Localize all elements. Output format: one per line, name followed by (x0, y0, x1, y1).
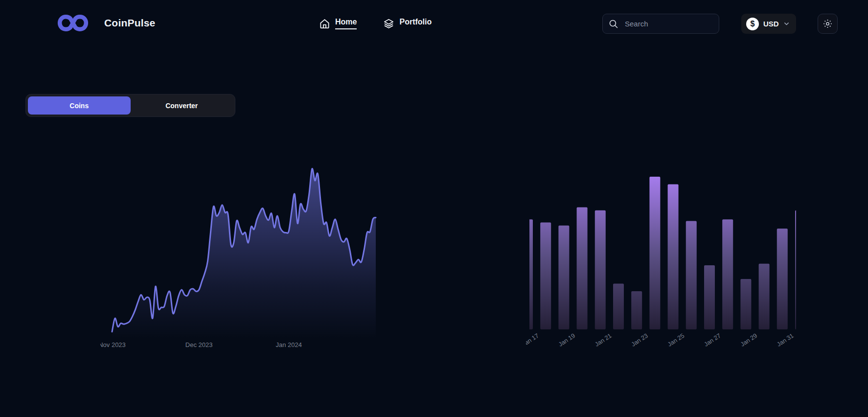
currency-selector[interactable]: $ USD (741, 14, 796, 34)
currency-code: USD (763, 20, 779, 28)
price-area-chart[interactable]: Nov 2023Dec 2023Jan 2024 (100, 162, 379, 350)
x-tick-label: Jan 23 (630, 332, 649, 348)
search-input[interactable] (624, 19, 709, 28)
volume-bar[interactable] (704, 265, 715, 329)
nav-home[interactable]: Home (319, 18, 357, 29)
coinpulse-app: CoinPulse Home Portfolio (0, 0, 868, 417)
volume-bar[interactable] (595, 210, 606, 329)
x-tick-label: Jan 27 (703, 332, 722, 348)
volume-bar[interactable] (777, 229, 788, 329)
x-tick-label: Jan 17 (526, 332, 540, 348)
search-box[interactable] (602, 14, 719, 34)
home-icon (319, 18, 330, 29)
coinpulse-logo-icon (57, 12, 89, 34)
x-tick-label: Dec 2023 (185, 341, 213, 348)
chevron-down-icon (783, 21, 790, 27)
x-tick-label: Jan 25 (666, 332, 685, 348)
volume-bar[interactable] (526, 219, 533, 329)
volume-bar[interactable] (577, 207, 588, 329)
dollar-coin-icon: $ (746, 18, 759, 30)
volume-bar[interactable] (649, 177, 660, 329)
search-icon (609, 19, 618, 29)
brand-name: CoinPulse (104, 17, 155, 29)
volume-bar[interactable] (631, 291, 642, 329)
x-tick-label: Jan 29 (739, 332, 758, 348)
nav-portfolio-label: Portfolio (399, 18, 432, 29)
header: CoinPulse Home Portfolio (0, 0, 868, 47)
volume-bar[interactable] (722, 219, 733, 329)
volume-bar[interactable] (686, 221, 697, 329)
x-tick-label: Jan 2024 (276, 341, 302, 348)
tab-converter[interactable]: Converter (131, 96, 233, 115)
tab-coins[interactable]: Coins (28, 96, 131, 115)
layers-icon (383, 18, 394, 29)
brand[interactable]: CoinPulse (57, 12, 155, 34)
x-tick-label: Jan 21 (594, 332, 613, 348)
volume-bar[interactable] (558, 226, 569, 329)
nav-portfolio[interactable]: Portfolio (383, 18, 432, 29)
main-nav: Home Portfolio (319, 13, 432, 34)
volume-bar-chart[interactable]: Jan 17Jan 19Jan 21Jan 23Jan 25Jan 27Jan … (526, 162, 800, 355)
view-tabs: Coins Converter (25, 94, 235, 117)
volume-bar[interactable] (540, 223, 551, 329)
volume-bar[interactable] (740, 279, 751, 329)
x-tick-label: Nov 2023 (100, 341, 126, 348)
x-tick-label: Jan 31 (776, 332, 795, 348)
volume-bar[interactable] (668, 185, 679, 329)
theme-toggle-button[interactable] (818, 14, 838, 34)
volume-bar[interactable] (759, 264, 770, 329)
x-tick-label: Jan 19 (557, 332, 576, 348)
volume-bar[interactable] (795, 210, 800, 329)
sun-icon (822, 19, 833, 29)
volume-bar[interactable] (613, 283, 624, 329)
nav-home-label: Home (335, 18, 357, 29)
